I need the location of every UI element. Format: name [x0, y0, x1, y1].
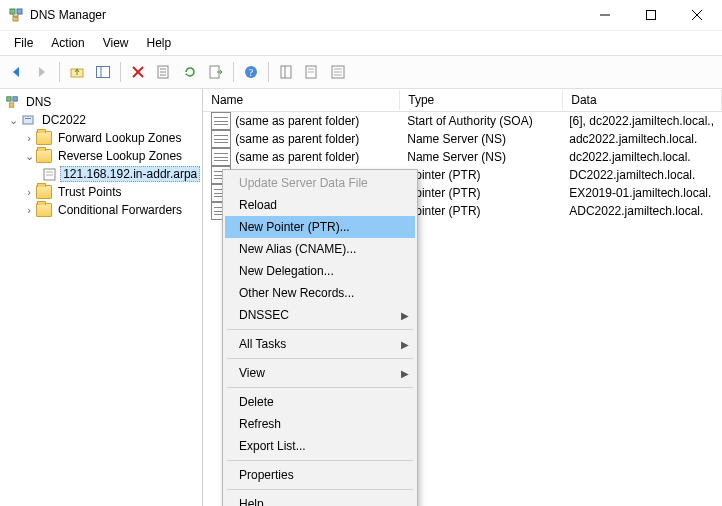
cell-data: DC2022.jamiltech.local. [561, 167, 722, 183]
toolbar: ? [0, 55, 722, 89]
submenu-arrow-icon: ▶ [401, 368, 409, 379]
context-menu-item[interactable]: Export List... [225, 435, 415, 457]
context-menu-item[interactable]: Refresh [225, 413, 415, 435]
cell-name: (same as parent folder) [203, 111, 399, 131]
context-menu-item[interactable]: All Tasks▶ [225, 333, 415, 355]
context-menu-item[interactable]: Reload [225, 194, 415, 216]
svg-rect-34 [25, 118, 31, 119]
column-type[interactable]: Type [400, 90, 563, 110]
filter-button[interactable] [274, 60, 298, 84]
properties-icon[interactable] [152, 60, 176, 84]
cell-type: Name Server (NS) [399, 149, 561, 165]
folder-icon [36, 148, 52, 164]
column-data[interactable]: Data [563, 90, 722, 110]
expand-icon[interactable]: ⌄ [22, 150, 36, 163]
menu-bar: File Action View Help [0, 30, 722, 55]
up-button[interactable] [65, 60, 89, 84]
expand-icon[interactable]: › [22, 186, 36, 198]
menu-file[interactable]: File [6, 34, 41, 52]
record-icon [211, 130, 231, 148]
cell-name: (same as parent folder) [203, 147, 399, 167]
menu-help[interactable]: Help [139, 34, 180, 52]
svg-rect-1 [17, 9, 22, 14]
record-icon [211, 112, 231, 130]
tree-reverse-zones[interactable]: ⌄ Reverse Lookup Zones [0, 147, 202, 165]
table-row[interactable]: (same as parent folder)Name Server (NS)a… [203, 130, 722, 148]
title-bar: DNS Manager [0, 0, 722, 30]
context-menu-item[interactable]: View▶ [225, 362, 415, 384]
context-menu-item[interactable]: New Alias (CNAME)... [225, 238, 415, 260]
tree-label: DC2022 [39, 113, 89, 127]
tree-label: Reverse Lookup Zones [55, 149, 185, 163]
context-menu-item[interactable]: Help [225, 493, 415, 506]
context-menu-item[interactable]: New Pointer (PTR)... [225, 216, 415, 238]
scope-tree[interactable]: DNS ⌄ DC2022 › Forward Lookup Zones ⌄ Re… [0, 89, 203, 506]
submenu-arrow-icon: ▶ [401, 310, 409, 321]
tree-reverse-zone-item[interactable]: › 121.168.192.in-addr.arpa [0, 165, 202, 183]
svg-rect-6 [647, 11, 656, 20]
column-name[interactable]: Name [203, 90, 400, 110]
cell-type: Pointer (PTR) [399, 167, 561, 183]
context-menu-item[interactable]: Delete [225, 391, 415, 413]
cell-type: Pointer (PTR) [399, 203, 561, 219]
export-button[interactable] [204, 60, 228, 84]
help-button[interactable]: ? [239, 60, 263, 84]
tree-trust-points[interactable]: › Trust Points [0, 183, 202, 201]
maximize-button[interactable] [628, 0, 674, 30]
cell-text: (same as parent folder) [235, 150, 359, 164]
tree-root-dns[interactable]: DNS [0, 93, 202, 111]
table-row[interactable]: (same as parent folder)Start of Authorit… [203, 112, 722, 130]
tree-forward-zones[interactable]: › Forward Lookup Zones [0, 129, 202, 147]
context-menu-item: Update Server Data File [225, 172, 415, 194]
record-icon [211, 148, 231, 166]
menu-separator [227, 329, 413, 330]
cell-data: adc2022.jamiltech.local. [561, 131, 722, 147]
forward-button[interactable] [30, 60, 54, 84]
context-menu-item[interactable]: Properties [225, 464, 415, 486]
context-menu-item[interactable]: New Delegation... [225, 260, 415, 282]
show-hide-tree-button[interactable] [91, 60, 115, 84]
menu-action[interactable]: Action [43, 34, 92, 52]
expand-icon[interactable]: › [22, 132, 36, 144]
close-button[interactable] [674, 0, 720, 30]
zone-icon [43, 166, 57, 182]
cell-data: dc2022.jamiltech.local. [561, 149, 722, 165]
new-zone-button[interactable] [326, 60, 350, 84]
cell-data: [6], dc2022.jamiltech.local., [561, 113, 722, 129]
menu-separator [227, 460, 413, 461]
svg-rect-0 [10, 9, 15, 14]
tree-conditional-forwarders[interactable]: › Conditional Forwarders [0, 201, 202, 219]
tree-server[interactable]: ⌄ DC2022 [0, 111, 202, 129]
toolbar-separator [120, 62, 121, 82]
folder-icon [36, 130, 52, 146]
table-row[interactable]: (same as parent folder)Name Server (NS)d… [203, 148, 722, 166]
tree-label: Conditional Forwarders [55, 203, 185, 217]
menu-separator [227, 489, 413, 490]
expand-icon[interactable]: › [22, 204, 36, 216]
new-record-button[interactable] [300, 60, 324, 84]
cell-name: (same as parent folder) [203, 129, 399, 149]
svg-rect-31 [13, 97, 17, 101]
back-button[interactable] [4, 60, 28, 84]
server-icon [20, 112, 36, 128]
submenu-arrow-icon: ▶ [401, 339, 409, 350]
delete-button[interactable] [126, 60, 150, 84]
refresh-button[interactable] [178, 60, 202, 84]
menu-view[interactable]: View [95, 34, 137, 52]
tree-label: Trust Points [55, 185, 125, 199]
minimize-button[interactable] [582, 0, 628, 30]
folder-icon [36, 202, 52, 218]
cell-data: ADC2022.jamiltech.local. [561, 203, 722, 219]
cell-text: (same as parent folder) [235, 114, 359, 128]
tree-label: 121.168.192.in-addr.arpa [60, 166, 200, 182]
context-menu-item[interactable]: DNSSEC▶ [225, 304, 415, 326]
cell-type: Pointer (PTR) [399, 185, 561, 201]
menu-separator [227, 358, 413, 359]
svg-rect-32 [9, 103, 13, 107]
toolbar-separator [233, 62, 234, 82]
cell-type: Name Server (NS) [399, 131, 561, 147]
menu-separator [227, 387, 413, 388]
expand-icon[interactable]: ⌄ [6, 114, 20, 127]
svg-rect-21 [281, 66, 291, 78]
context-menu-item[interactable]: Other New Records... [225, 282, 415, 304]
